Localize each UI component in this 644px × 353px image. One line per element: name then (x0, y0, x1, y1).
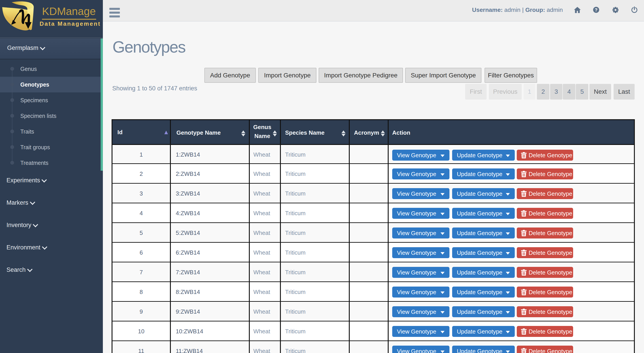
svg-text:?: ? (595, 8, 598, 12)
